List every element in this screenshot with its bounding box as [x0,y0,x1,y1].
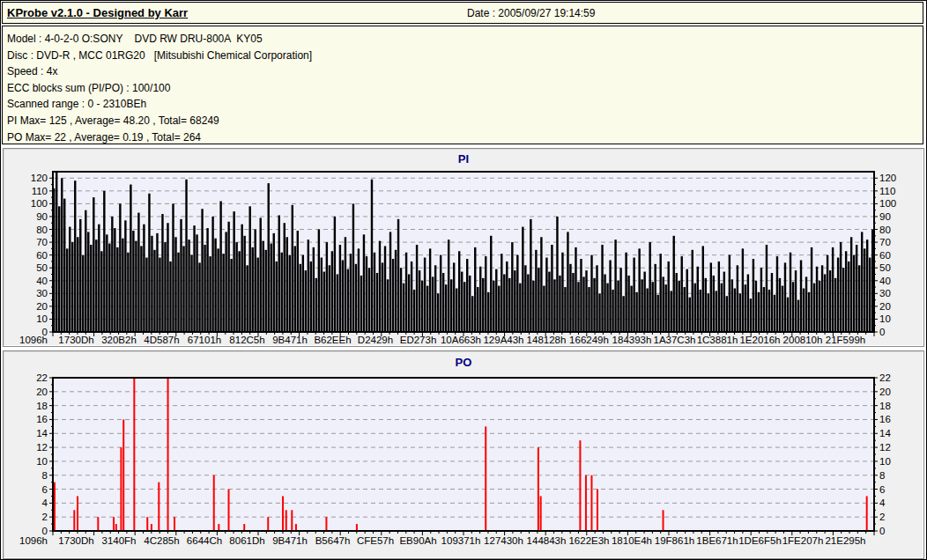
pi-xtick-label: B62EEh [314,335,351,345]
pi-ytick-right: 110 [879,186,895,196]
header-bar: KProbe v2.1.0 - Designed by Karr Date : … [2,2,923,24]
po-plot-area [53,378,874,531]
pi-chart-panel: PI00101020203030404050506060707080809090… [3,148,924,347]
po-ytick-left: 12 [36,442,48,453]
info-pi-stats: PI Max= 125 , Average= 48.20 , Total= 68… [7,113,923,129]
pi-xtick-label: 166249h [569,335,609,345]
pi-ytick-right: 70 [879,237,891,247]
po-xtick-label: CFE57h [357,535,394,546]
pi-ytick-left: 80 [36,225,48,235]
pi-xtick-label: ED273h [400,335,437,345]
po-xtick-label: 1096h [19,535,48,546]
pi-xtick-label: 4D587h [144,335,179,345]
po-ytick-left: 8 [42,470,48,481]
po-chart-panel: PO00224466881010121214141616181820202222… [3,350,924,559]
pi-xtick-label: 21F599h [826,335,865,345]
scan-date-label: Date : 2005/09/27 19:14:59 [467,7,595,19]
po-ytick-right: 0 [879,526,885,536]
po-ytick-right: 10 [879,456,891,467]
pi-xtick-label: 1E2016h [739,335,780,345]
pi-xtick-label: 184393h [612,335,652,345]
po-xtick-label: 1810E4h [612,535,652,546]
info-po-stats: PO Max= 22 , Average= 0.19 , Total= 264 [7,129,923,146]
pi-xtick-label: 1096h [19,335,48,345]
po-chart: PO00224466881010121214141616181820202222… [4,351,923,558]
po-ytick-left: 6 [42,484,48,495]
pi-ytick-right: 0 [879,327,885,337]
pi-ytick-right: 40 [879,276,891,286]
po-ytick-left: 10 [36,456,48,467]
po-ytick-left: 16 [36,414,48,424]
pi-xtick-label: 148128h [527,335,567,345]
po-xtick-label: B5647h [315,535,351,546]
info-scanned-range: Scanned range : 0 - 2310BEh [7,96,923,113]
pi-xtick-label: D2429h [358,335,393,345]
info-model: Model : 4-0-2-0 O:SONY DVD RW DRU-800A K… [7,31,923,48]
pi-ytick-left: 20 [36,301,48,312]
pi-ytick-right: 20 [879,301,891,312]
po-ytick-right: 16 [879,414,891,424]
pi-chart-title: PI [458,152,469,166]
po-ytick-right: 12 [879,442,891,453]
po-xtick-label: 19F861h [655,535,694,546]
pi-ytick-right: 100 [879,198,896,209]
pi-ytick-left: 60 [36,250,48,261]
pi-ytick-left: 30 [36,288,48,298]
po-xtick-label: 1BE671h [696,535,738,546]
po-ytick-left: 20 [36,387,48,397]
pi-ytick-right: 90 [879,211,891,222]
app-title-link[interactable]: KProbe v2.1.0 - Designed by Karr [7,6,188,19]
po-xtick-label: 4C285h [144,535,179,546]
pi-xtick-label: 1C3881h [697,335,738,345]
pi-ytick-left: 50 [36,262,48,273]
po-ytick-left: 22 [36,372,48,383]
po-xtick-label: 1FE207h [782,535,824,546]
pi-ytick-right: 50 [879,262,891,273]
info-ecc-blocks: ECC blocks sum (PI/PO) : 100/100 [7,80,923,97]
po-xtick-label: 8061Dh [229,535,264,546]
po-xtick-label: 144843h [527,535,567,546]
po-ytick-right: 18 [879,401,891,411]
pi-xtick-label: 812C5h [229,335,264,345]
po-xtick-label: EB90Ah [399,535,436,546]
pi-ytick-left: 40 [36,276,48,286]
pi-xtick-label: 10A663h [441,335,481,345]
pi-xtick-label: 9B471h [272,335,308,345]
po-ytick-right: 2 [879,512,885,522]
pi-xtick-label: 1A37C3h [654,335,696,345]
pi-ytick-right: 60 [879,250,891,261]
scan-info-panel: Model : 4-0-2-0 O:SONY DVD RW DRU-800A K… [2,26,923,144]
pi-ytick-left: 110 [32,186,48,196]
pi-chart: PI00101020203030404050506060707080809090… [4,149,923,346]
info-disc: Disc : DVD-R , MCC 01RG20 [Mitsubishi Ch… [7,48,923,64]
po-ytick-right: 6 [879,484,885,495]
pi-ytick-right: 30 [879,288,891,298]
kprobe-window: KProbe v2.1.0 - Designed by Karr Date : … [0,0,927,560]
po-xtick-label: 1DE6F5h [738,535,782,546]
po-xtick-label: 1622E3h [568,535,609,546]
po-ytick-left: 18 [36,401,48,411]
po-ytick-right: 14 [879,428,891,438]
po-chart-title: PO [456,356,472,369]
po-xtick-label: 6644Ch [187,535,222,546]
po-ytick-right: 4 [879,497,886,508]
po-xtick-label: 109371h [441,535,481,546]
po-xtick-label: 3140Fh [101,535,136,546]
po-xtick-label: 1730Dh [58,535,93,546]
pi-xtick-label: 200810h [783,335,823,345]
pi-xtick-label: 320B2h [101,335,137,345]
info-speed: Speed : 4x [7,63,923,80]
po-xtick-label: 127430h [484,535,523,546]
po-ytick-right: 20 [879,387,891,397]
po-xtick-label: 21E295h [825,535,865,546]
pi-ytick-left: 120 [31,173,48,183]
pi-ytick-right: 120 [879,173,896,183]
pi-xtick-label: 129A43h [483,335,523,345]
pi-ytick-left: 10 [36,313,48,324]
pi-xtick-label: 1730Dh [58,335,93,345]
pi-ytick-left: 100 [31,198,48,209]
pi-ytick-right: 80 [879,225,891,235]
po-ytick-left: 2 [42,512,48,522]
pi-ytick-right: 10 [879,313,891,324]
pi-ytick-left: 70 [36,237,48,247]
